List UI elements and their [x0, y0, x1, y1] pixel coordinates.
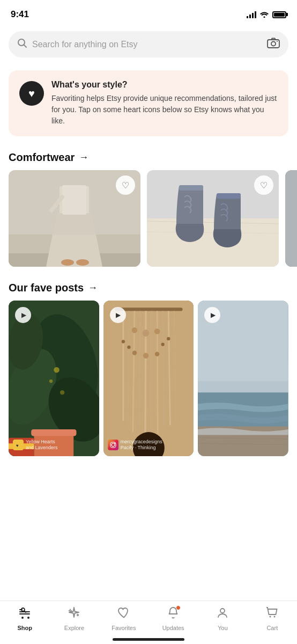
svg-line-42	[145, 311, 146, 435]
post-badge-text-2: mercygracedesignsPacify · Thinking	[121, 439, 162, 451]
favorite-button-2[interactable]: ♡	[254, 175, 273, 195]
nav-item-favorites[interactable]: Favorites	[108, 606, 140, 631]
comfortwear-arrow: →	[79, 152, 88, 163]
post-card-2[interactable]: ▶ mercygracedesignsPacify · Thinking	[103, 301, 194, 456]
nav-item-explore[interactable]: Explore	[58, 606, 90, 631]
svg-point-53	[155, 352, 159, 356]
nav-label-favorites: Favorites	[112, 625, 136, 631]
svg-point-78	[273, 616, 275, 618]
nav-item-cart[interactable]: Cart	[256, 606, 288, 631]
svg-point-69	[21, 617, 24, 619]
svg-point-4	[277, 41, 278, 42]
updates-icon	[167, 606, 180, 623]
status-time: 9:41	[11, 9, 29, 20]
svg-point-55	[127, 346, 130, 349]
shop-icon	[18, 606, 32, 623]
favorite-button-1[interactable]: ♡	[116, 175, 135, 195]
nav-item-shop[interactable]: Shop	[9, 606, 41, 631]
search-bar[interactable]: Search for anything on Etsy	[9, 31, 288, 57]
comfortwear-section-header[interactable]: Comfortwear →	[0, 147, 297, 170]
svg-rect-16	[147, 218, 279, 267]
search-placeholder: Search for anything on Etsy	[32, 40, 262, 49]
svg-point-0	[18, 39, 25, 46]
play-icon-2: ▶	[116, 311, 121, 319]
posts-row: ▶ ♥ Yellow Heartsand Lavenders	[0, 301, 297, 456]
updates-dot	[176, 605, 181, 610]
svg-rect-20	[217, 193, 241, 199]
nav-label-shop: Shop	[17, 625, 32, 631]
heart-outline-icon-2: ♡	[260, 180, 268, 191]
svg-rect-2	[268, 40, 279, 48]
nav-label-you: You	[218, 625, 228, 631]
svg-point-52	[143, 353, 148, 359]
style-card: ♥ What's your style? Favoriting helps Et…	[9, 70, 288, 136]
camera-icon[interactable]	[267, 38, 280, 51]
product-card-partial	[285, 170, 297, 267]
svg-point-54	[121, 340, 124, 343]
heart-outline-icon: ♡	[122, 180, 129, 191]
nav-label-updates: Updates	[162, 625, 184, 631]
fave-posts-section-header[interactable]: Our fave posts →	[0, 277, 297, 301]
nav-item-you[interactable]: You	[206, 606, 239, 631]
svg-point-29	[60, 390, 64, 394]
search-icon	[17, 38, 27, 50]
play-button-1[interactable]: ▶	[15, 307, 31, 323]
play-icon: ▶	[21, 311, 26, 319]
wifi-icon	[259, 10, 269, 19]
status-icons	[247, 10, 286, 19]
nav-label-explore: Explore	[64, 625, 84, 631]
post-badge-text-1: Yellow Heartsand Lavenders	[26, 439, 58, 451]
post-card-1[interactable]: ▶ ♥ Yellow Heartsand Lavenders	[9, 301, 99, 456]
yellow-hearts-logo: ♥	[13, 440, 24, 450]
svg-point-49	[142, 330, 149, 336]
bottom-navigation: Shop Explore Favorites Up	[0, 601, 297, 644]
svg-point-48	[131, 327, 137, 333]
svg-rect-19	[179, 185, 203, 191]
post-card-3[interactable]: ▶	[198, 301, 288, 456]
nav-label-cart: Cart	[266, 625, 278, 631]
cart-icon	[265, 606, 279, 623]
svg-point-70	[27, 617, 29, 619]
home-indicator	[113, 638, 184, 641]
you-icon	[216, 606, 229, 623]
product-card-1[interactable]: ♡	[9, 170, 140, 267]
style-card-description: Favoriting helps Etsy provide unique rec…	[51, 93, 278, 127]
svg-point-27	[54, 367, 60, 373]
comfortwear-title: Comfortwear	[9, 151, 75, 164]
svg-point-61	[114, 443, 115, 444]
svg-point-51	[132, 350, 136, 355]
play-icon-3: ▶	[211, 311, 216, 319]
svg-point-28	[49, 379, 53, 383]
search-container: Search for anything on Etsy	[0, 27, 297, 66]
fave-posts-arrow: →	[88, 282, 98, 294]
play-button-2[interactable]: ▶	[110, 307, 126, 323]
favorites-icon	[117, 606, 131, 623]
products-row: ♡	[0, 170, 297, 267]
svg-point-60	[112, 443, 115, 447]
svg-point-3	[271, 42, 276, 46]
svg-point-12	[76, 259, 89, 266]
post-badge-1: ♥ Yellow Heartsand Lavenders	[13, 439, 95, 451]
explore-icon	[68, 606, 80, 623]
svg-point-57	[167, 337, 170, 340]
post-badge-2: mercygracedesignsPacify · Thinking	[108, 439, 190, 451]
svg-point-77	[269, 616, 271, 618]
svg-line-1	[24, 45, 26, 47]
status-bar: 9:41	[0, 0, 297, 27]
svg-point-76	[220, 609, 225, 613]
battery-icon	[272, 11, 286, 18]
signal-icon	[247, 11, 256, 18]
svg-rect-31	[31, 429, 76, 436]
fave-posts-title: Our fave posts	[9, 282, 84, 294]
style-card-title: What's your style?	[51, 80, 278, 90]
style-text: What's your style? Favoriting helps Etsy…	[51, 80, 278, 127]
svg-text:♥: ♥	[16, 443, 19, 448]
svg-point-11	[61, 259, 74, 266]
svg-point-50	[154, 328, 160, 334]
product-card-2[interactable]: ♡	[147, 170, 279, 267]
nav-item-updates[interactable]: Updates	[157, 606, 189, 631]
svg-rect-21	[285, 170, 297, 267]
svg-point-56	[161, 343, 164, 346]
heart-icon: ♥	[28, 87, 35, 100]
instagram-logo	[108, 440, 118, 450]
